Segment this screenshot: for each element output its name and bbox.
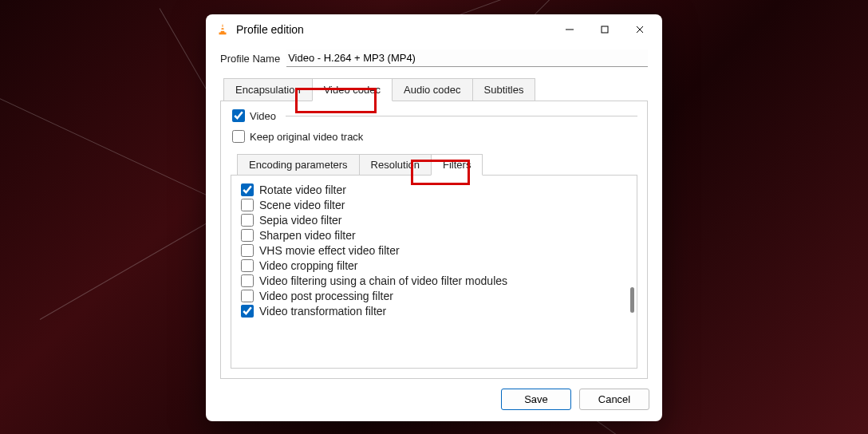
filters-panel: Rotate video filter Scene video filter S… (231, 175, 637, 369)
filter-label[interactable]: Rotate video filter (259, 183, 346, 196)
filter-label[interactable]: VHS movie effect video filter (259, 244, 400, 257)
filter-checkbox[interactable] (241, 244, 254, 257)
filter-checkbox[interactable] (241, 183, 254, 196)
tab-audio-codec[interactable]: Audio codec (392, 78, 473, 101)
maximize-button[interactable] (587, 17, 622, 42)
minimize-icon (565, 25, 574, 34)
video-check-label[interactable]: Video (250, 110, 276, 122)
filter-label[interactable]: Video transformation filter (259, 305, 386, 318)
filter-label[interactable]: Sharpen video filter (259, 229, 356, 242)
list-item: Sharpen video filter (241, 229, 630, 242)
profile-name-input[interactable] (286, 49, 648, 67)
dialog-footer: Save Cancel (206, 379, 662, 421)
tab-subtitles[interactable]: Subtitles (472, 78, 536, 101)
filter-label[interactable]: Scene video filter (259, 199, 345, 211)
subtab-filters[interactable]: Filters (431, 154, 483, 176)
list-item: VHS movie effect video filter (241, 244, 630, 257)
tab-video-codec[interactable]: Video codec (312, 78, 393, 101)
keep-original-row: Keep original video track (231, 130, 637, 143)
list-item: Video filtering using a chain of video f… (241, 274, 630, 287)
filter-label[interactable]: Video filtering using a chain of video f… (259, 274, 507, 287)
filter-label[interactable]: Sepia video filter (259, 214, 342, 227)
scrollbar[interactable] (630, 287, 634, 313)
filter-checkbox[interactable] (241, 274, 254, 287)
tab-encapsulation[interactable]: Encapsulation (223, 78, 313, 101)
keep-original-label[interactable]: Keep original video track (250, 131, 363, 143)
maximize-icon (600, 25, 610, 34)
filter-label[interactable]: Video cropping filter (259, 259, 357, 272)
svg-rect-0 (219, 33, 227, 35)
svg-rect-1 (221, 26, 224, 28)
main-tabs: Encapsulation Video codec Audio codec Su… (223, 78, 648, 101)
vlc-icon (215, 22, 230, 37)
list-item: Video transformation filter (241, 305, 630, 318)
save-button[interactable]: Save (501, 389, 571, 410)
profile-edition-window: Profile edition Profile Name Encapsulati… (206, 14, 662, 421)
svg-rect-4 (602, 26, 608, 33)
filter-checkbox[interactable] (241, 259, 254, 272)
list-item: Scene video filter (241, 199, 630, 211)
list-item: Rotate video filter (241, 183, 630, 196)
filter-checkbox[interactable] (241, 199, 254, 211)
filter-list: Rotate video filter Scene video filter S… (238, 183, 630, 318)
subtab-encoding[interactable]: Encoding parameters (237, 154, 360, 176)
window-content: Profile Name Encapsulation Video codec A… (206, 45, 662, 379)
filter-label[interactable]: Video post processing filter (259, 290, 393, 302)
filter-checkbox[interactable] (241, 305, 254, 318)
filter-checkbox[interactable] (241, 290, 254, 302)
svg-rect-2 (220, 30, 224, 31)
filter-checkbox[interactable] (241, 229, 254, 242)
filter-checkbox[interactable] (241, 214, 254, 227)
video-checkbox[interactable] (232, 109, 245, 122)
close-button[interactable] (622, 17, 657, 42)
cancel-button[interactable]: Cancel (579, 389, 649, 410)
sub-tabs: Encoding parameters Resolution Filters (237, 154, 637, 176)
titlebar: Profile edition (206, 14, 662, 45)
close-icon (635, 25, 645, 34)
profile-name-row: Profile Name (220, 49, 648, 67)
list-item: Sepia video filter (241, 214, 630, 227)
list-item: Video post processing filter (241, 290, 630, 302)
subtab-resolution[interactable]: Resolution (359, 154, 432, 176)
video-check-row: Video (231, 109, 637, 122)
minimize-button[interactable] (552, 17, 587, 42)
video-codec-panel: Video Keep original video track Encoding… (220, 101, 648, 379)
list-item: Video cropping filter (241, 259, 630, 272)
keep-original-checkbox[interactable] (232, 130, 245, 143)
profile-name-label: Profile Name (220, 53, 280, 65)
window-title: Profile edition (236, 23, 552, 36)
